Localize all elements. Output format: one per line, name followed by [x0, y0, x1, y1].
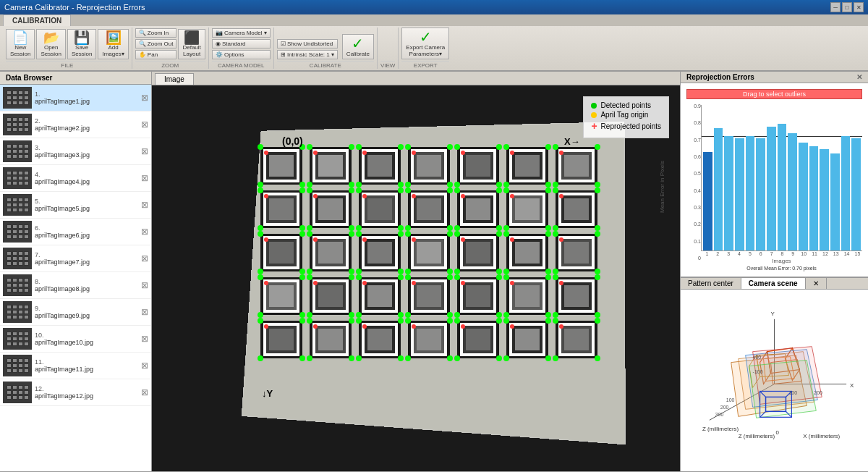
reprojection-bar[interactable]: [746, 136, 755, 250]
default-layout-button[interactable]: ⬛ DefaultLayout: [178, 29, 205, 59]
image-tab[interactable]: Image: [155, 73, 194, 85]
image-canvas[interactable]: (0,0) X→ ↓Y Detected points April Tag or…: [152, 85, 680, 471]
image-list-item[interactable]: 3. aprilTagImage3.jpg ⊠: [0, 138, 151, 165]
data-browser-tab[interactable]: Data Browser: [0, 72, 151, 85]
svg-point-277: [398, 355, 404, 361]
ribbon-tab-calibration[interactable]: CALIBRATION: [3, 14, 71, 26]
image-list-item[interactable]: 11. aprilTagImage11.jpg ⊠: [0, 353, 151, 379]
image-list-item[interactable]: 2. aprilTagImage2.jpg ⊠: [0, 111, 151, 138]
add-images-button[interactable]: 🖼️ AddImages▾: [98, 29, 128, 59]
svg-point-95: [447, 187, 453, 193]
svg-point-286: [447, 355, 453, 361]
svg-point-86: [398, 187, 404, 193]
camera-scene-tab[interactable]: Camera scene: [741, 278, 806, 289]
image-number: 5.: [35, 198, 138, 205]
svg-point-311: [595, 318, 600, 324]
open-session-button[interactable]: 📂 OpenSession: [36, 29, 65, 59]
svg-point-313: [595, 355, 600, 361]
image-list-item[interactable]: 8. aprilTagImage8.jpg ⊠: [0, 272, 151, 299]
image-list-item[interactable]: 1. aprilTagImage1.jpg ⊠: [0, 85, 151, 111]
camera-model-buttons: 📷 Camera Model ▾ ◉ Standard ⚙️ Options: [212, 28, 271, 59]
svg-point-69: [258, 225, 263, 231]
reprojection-bar[interactable]: [735, 138, 744, 250]
image-list-item[interactable]: 9. aprilTagImage9.jpg ⊠: [0, 299, 151, 326]
svg-point-158: [447, 231, 453, 237]
reprojection-bar[interactable]: [799, 143, 808, 250]
image-list-item[interactable]: 12. aprilTagImage12.jpg ⊠: [0, 379, 151, 406]
pan-button[interactable]: ✋ Pan: [135, 50, 177, 59]
reprojection-bar[interactable]: [703, 152, 712, 250]
reprojection-bar[interactable]: [756, 138, 765, 250]
x-axis-label: 1: [702, 251, 712, 256]
window-controls[interactable]: ─ □ ✕: [830, 2, 864, 12]
svg-rect-21: [367, 155, 392, 177]
reprojection-bar[interactable]: [830, 153, 840, 250]
x-axis-label: 5: [745, 251, 754, 256]
svg-point-70: [299, 225, 305, 231]
3d-visualization[interactable]: Z (millimeters) X Y: [681, 290, 868, 471]
svg-point-240: [503, 312, 509, 318]
image-thumbnail: [3, 274, 32, 296]
reprojection-bar[interactable]: [809, 146, 819, 250]
image-check-icon: ⊠: [141, 307, 148, 317]
image-list-item[interactable]: 7. aprilTagImage7.jpg ⊠: [0, 245, 151, 272]
svg-rect-174: [515, 242, 540, 264]
reprojection-bar[interactable]: [767, 127, 776, 250]
standard-button[interactable]: ◉ Standard: [212, 39, 271, 49]
svg-point-106: [496, 225, 502, 231]
save-session-button[interactable]: 💾 SaveSession: [67, 29, 96, 59]
reprojection-bar[interactable]: [778, 124, 787, 250]
legend-reprojected-points: + Reprojected points: [591, 120, 661, 132]
show-undistorted-button[interactable]: ☑ Show Undistorted: [277, 39, 338, 49]
svg-rect-39: [466, 155, 490, 177]
camera-model-dropdown[interactable]: 📷 Camera Model ▾: [212, 28, 271, 38]
svg-point-248: [595, 274, 600, 280]
image-list-item[interactable]: 5. aprilTagImage5.jpg ⊠: [0, 192, 151, 219]
chart-wrapper: 00.10.20.30.40.50.60.70.80.9 12345678910…: [686, 104, 862, 271]
pattern-center-tab[interactable]: Pattern center: [681, 278, 741, 289]
calibrate-button[interactable]: ✓ Calibrate: [342, 34, 374, 59]
reprojection-bar[interactable]: [841, 136, 851, 250]
x-axis-label: 15: [853, 251, 862, 256]
reprojection-bar[interactable]: [788, 133, 797, 250]
zoom-in-button[interactable]: 🔍 Zoom In: [135, 28, 177, 38]
calibrate-icon: ✓: [352, 36, 364, 51]
outlier-bar[interactable]: Drag to select outliers: [686, 89, 862, 99]
svg-rect-84: [367, 198, 392, 220]
close-button[interactable]: ✕: [854, 2, 864, 12]
reprojection-bar[interactable]: [851, 138, 861, 250]
maximize-button[interactable]: □: [842, 2, 852, 12]
svg-point-203: [349, 274, 354, 280]
svg-point-202: [307, 274, 312, 280]
zoom-group-label: ZOOM: [135, 61, 205, 69]
minimize-button[interactable]: ─: [830, 2, 841, 12]
close-3d-tab[interactable]: ✕: [806, 278, 827, 289]
x-axis-label: 12: [820, 251, 830, 256]
svg-point-260: [264, 324, 268, 329]
reprojection-bar[interactable]: [820, 149, 829, 250]
options-button[interactable]: ⚙️ Options: [212, 50, 271, 59]
image-check-icon: ⊠: [141, 173, 148, 183]
intrinsic-scale-button[interactable]: ⊞ Intrinsic Scale: 1 ▾: [277, 50, 338, 59]
image-thumbnail: [3, 87, 32, 109]
image-list-item[interactable]: 4. aprilTagImage4.jpg ⊠: [0, 165, 151, 192]
svg-point-132: [258, 269, 263, 274]
svg-point-87: [356, 225, 362, 231]
export-icon: ✓: [420, 30, 432, 44]
svg-point-211: [356, 274, 362, 280]
svg-point-242: [510, 281, 514, 285]
export-camera-params-button[interactable]: ✓ Export CameraParameters▾: [401, 28, 449, 59]
export-group-label: EXPORT: [401, 61, 449, 69]
image-name: aprilTagImage10.jpg: [35, 339, 138, 346]
image-list-item[interactable]: 10. aprilTagImage10.jpg ⊠: [0, 326, 151, 353]
svg-point-114: [503, 225, 509, 231]
reprojection-bar[interactable]: [714, 128, 723, 250]
new-session-button[interactable]: 📄 NewSession: [6, 29, 35, 59]
reprojection-bar[interactable]: [724, 136, 733, 250]
reprojection-panel-close[interactable]: ✕: [856, 73, 862, 81]
svg-point-161: [412, 237, 416, 242]
zoom-out-button[interactable]: 🔍 Zoom Out: [135, 39, 177, 49]
image-list-item[interactable]: 6. aprilTagImage6.jpg ⊠: [0, 219, 151, 245]
svg-point-224: [412, 281, 416, 285]
svg-point-238: [503, 274, 509, 280]
